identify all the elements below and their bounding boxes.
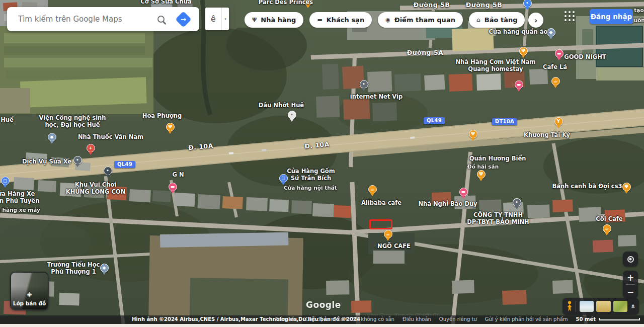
ime-language-label[interactable]: ê <box>205 8 221 30</box>
map-label[interactable]: GOOD NIGHT <box>564 54 606 61</box>
chip-hotels[interactable]: ▬Khách sạn <box>309 12 372 28</box>
road-label: Đường 5B <box>466 1 502 9</box>
pegman-icon[interactable] <box>566 300 573 313</box>
cafe-pin[interactable]: ☕ <box>368 185 377 198</box>
school-pin[interactable]: ◆ <box>100 264 109 277</box>
map-label[interactable]: Dịch Vụ Sửa Xe <box>22 158 71 166</box>
restaurant-pin[interactable]: Ψ <box>476 170 486 183</box>
map-label[interactable]: Nhà Hàng Cơm Việt NamQuang homestay <box>455 59 535 72</box>
chip-restaurants[interactable]: ΨNhà hàng <box>245 12 303 28</box>
map-label[interactable]: Khương Tài Ký <box>524 132 570 139</box>
map-label[interactable]: Cafe Lá <box>543 64 567 71</box>
map-label[interactable]: Nhà Thuốc Vân Nam <box>78 134 143 141</box>
map-label[interactable]: G N <box>172 172 184 179</box>
search-box[interactable]: → <box>7 7 199 31</box>
road-label: Đ. 10A <box>304 140 330 150</box>
map-label[interactable]: Dầu Nhớt Huế <box>259 102 304 109</box>
map-label[interactable]: internet Net Vip <box>350 94 403 101</box>
shopping-pin[interactable]: ◻ <box>1 177 10 190</box>
light-pin[interactable]: • <box>287 111 296 124</box>
pin-tail <box>605 232 609 237</box>
search-icon[interactable] <box>157 16 165 23</box>
school-pin[interactable]: ◆ <box>546 28 555 41</box>
chip-attractions[interactable]: ◉Điểm tham quan <box>378 12 463 28</box>
map-label[interactable]: Khu Vui ChơiKHỦNG LONG CON <box>66 182 126 195</box>
map-label[interactable]: cửa hàng xe máy <box>0 207 40 214</box>
chip-label: Nhà hàng <box>261 16 296 24</box>
footer-link[interactable]: Gửi ý kiến phản hồi về sản phẩm <box>485 316 568 322</box>
directions-icon[interactable]: → <box>175 11 192 28</box>
search-input[interactable] <box>18 15 157 24</box>
map-label[interactable]: Cửa Hàng XeĐiện Phú Tuyên <box>0 191 39 204</box>
cafe-pin[interactable]: ☕ <box>602 224 611 237</box>
map-label[interactable]: Trường Tiểu HọcPhú Thượng 1 <box>47 262 100 275</box>
map-label[interactable]: Parc Des Princes <box>259 0 313 6</box>
pin-tail <box>362 88 366 93</box>
collapse-chevron-icon[interactable]: « <box>629 304 637 308</box>
red-annotation-rectangle <box>369 219 392 229</box>
google-apps-icon[interactable] <box>565 11 576 22</box>
imagery-thumbnail-3[interactable] <box>613 301 627 312</box>
zoom-out-button[interactable]: − <box>623 285 638 298</box>
more-categories-button[interactable]: › <box>528 13 543 28</box>
hotel-pin[interactable]: ▬ <box>459 188 468 201</box>
restaurant-pin[interactable]: Ψ <box>468 130 477 143</box>
map-label[interactable]: Cối Cafe <box>596 216 622 223</box>
map-label[interactable]: Quán Hương Biển <box>469 155 526 162</box>
footer-link[interactable]: Toàn cầu <box>275 316 297 322</box>
cafe-pin-icon: ☕ <box>384 230 392 238</box>
layers-label: Lớp bản đồ <box>11 300 48 306</box>
cafe-pin-icon: ☕ <box>603 224 611 233</box>
map-label[interactable]: Cơ Sở Sửa Chữa <box>140 0 191 6</box>
map-label[interactable]: CÔNG TY TNHHDP-TBYT BẢO MINH <box>467 212 529 225</box>
pin-tail <box>471 138 475 143</box>
hotel-pin[interactable]: ▬ <box>168 183 177 196</box>
map-label[interactable]: Bánh canh bà Đợi cs3 <box>552 183 622 190</box>
gray-pin[interactable]: • <box>73 156 82 169</box>
map-label[interactable]: Viện Công nghệ sinhhọc, Đại học Huế <box>39 115 106 128</box>
map-label[interactable]: tạo <box>634 7 643 14</box>
restaurant-pin[interactable]: Ψ <box>166 123 175 136</box>
hotel-pin[interactable]: ▬ <box>554 49 564 62</box>
pin-tail <box>75 164 79 169</box>
chevron-down-icon[interactable]: ▾ <box>221 8 229 30</box>
map-label[interactable]: Alibaba cafe <box>361 200 401 207</box>
map-annotations: Cơ Sở Sửa ChữaParc Des PrincesCửa hàng q… <box>0 0 644 327</box>
place-pin[interactable]: • <box>523 0 532 12</box>
footer-link[interactable]: Điều khoản <box>403 316 431 322</box>
pin-tail <box>557 57 561 62</box>
map-label[interactable]: Cửa hàng quần áo <box>489 29 548 36</box>
pharmacy-pin[interactable]: + <box>86 144 95 157</box>
map-scale: 50 mét <box>576 316 640 322</box>
pin-tail <box>624 191 628 196</box>
footer-link[interactable]: Quyền riêng tư <box>439 316 477 322</box>
imagery-thumbnail-1[interactable] <box>580 301 594 312</box>
map-label[interactable]: Cửa Hàng GốmSứ Trần Bích <box>287 168 335 182</box>
bar-pin[interactable]: Y <box>554 117 563 130</box>
map-label[interactable]: Hoa Phượng <box>142 113 182 120</box>
map-label[interactable]: Huế <box>1 117 14 124</box>
hotel-pin-icon: ▬ <box>459 188 468 196</box>
restaurant-pin[interactable]: Ψ <box>622 183 631 196</box>
school-pin[interactable]: ◆ <box>47 133 56 146</box>
cafe-pin[interactable]: ☕ <box>383 230 392 243</box>
gray-pin[interactable]: • <box>512 198 521 211</box>
my-location-button[interactable] <box>623 252 638 267</box>
cafe-pin[interactable]: ☕ <box>551 77 560 90</box>
zoom-in-button[interactable]: + <box>623 271 638 284</box>
input-method-toolbar[interactable]: ê ▾ <box>205 8 229 30</box>
gray-pin[interactable]: • <box>359 80 368 93</box>
chip-museums[interactable]: ⌂Bảo tàng <box>469 12 525 28</box>
imagery-thumbnail-2[interactable] <box>596 301 610 312</box>
dark-pin[interactable]: • <box>103 167 112 180</box>
map-label[interactable]: Đồ hải sản <box>467 164 499 171</box>
chip-label: Bảo tàng <box>485 16 518 24</box>
sign-in-button[interactable]: Đăng nhập <box>590 9 633 24</box>
map-label[interactable]: NGÕ CAFE <box>377 243 411 250</box>
map-label[interactable]: Nhà Nghỉ Bảo Duy <box>418 201 477 208</box>
pin-tail <box>50 141 54 146</box>
map-layers-control[interactable]: ◈ Lớp bản đồ <box>10 272 49 310</box>
map-label[interactable]: Cửa hàng nội thất <box>284 185 337 192</box>
pin-tail <box>479 178 483 183</box>
hotel-pin[interactable]: ▬ <box>514 80 523 94</box>
